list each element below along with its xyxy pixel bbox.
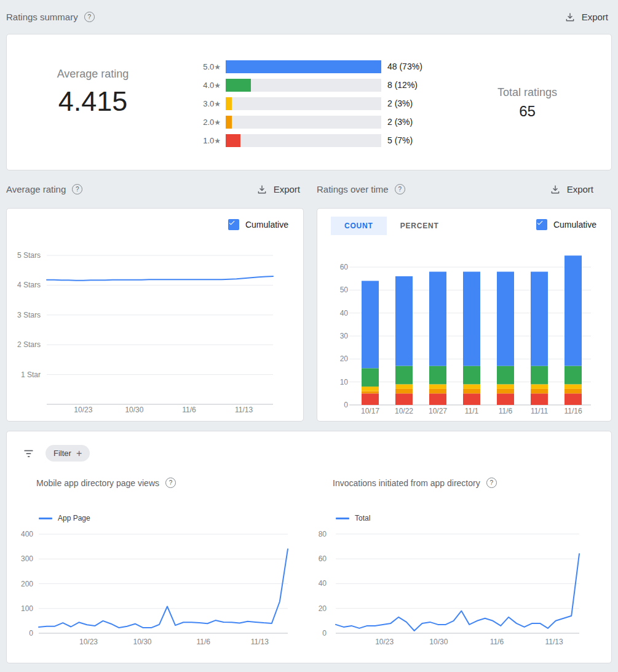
help-icon[interactable]: ?: [84, 12, 95, 22]
bar-segment: [531, 272, 548, 366]
legend-label: Total: [355, 514, 370, 522]
bar-segment: [531, 384, 548, 389]
bar-segment: [395, 393, 413, 405]
bar-segment: [463, 366, 480, 385]
axis-label: 11/16: [564, 407, 582, 415]
bar-segment: [395, 366, 413, 385]
rating-bar-fill: [226, 79, 251, 92]
line-series: [336, 554, 579, 631]
ratings-over-time-card: COUNT PERCENT Cumulative 010203040506010…: [317, 208, 612, 422]
help-icon[interactable]: ?: [395, 184, 405, 194]
axis-label: 10: [340, 378, 349, 386]
legend-label: App Page: [58, 514, 90, 522]
tab-percent[interactable]: PERCENT: [387, 217, 453, 235]
rating-bar-row: 1.0★5 (7%): [185, 131, 443, 150]
axis-label: 11/6: [197, 638, 211, 646]
axis-label: 11/6: [499, 407, 513, 415]
directory-stats-card: Filter + Mobile app directory page views…: [6, 431, 612, 663]
bar-segment: [362, 393, 379, 405]
bar-segment: [395, 276, 413, 366]
export-label: Export: [274, 184, 300, 194]
rating-bar-value: 5 (7%): [387, 135, 413, 145]
rating-bar-value: 48 (73%): [387, 62, 422, 71]
bar-segment: [565, 389, 582, 394]
chart-section-headers: Average rating ? Export Ratings over tim…: [6, 170, 612, 208]
axis-label: 5 Stars: [17, 251, 41, 260]
tab-count[interactable]: COUNT: [331, 217, 387, 235]
axis-label: 2 Stars: [17, 340, 41, 349]
rating-bar-value: 8 (12%): [387, 80, 418, 90]
filter-row: Filter +: [7, 431, 611, 462]
plus-icon: +: [76, 449, 82, 458]
axis-label: 10/22: [395, 407, 413, 415]
axis-label: 60: [340, 263, 349, 271]
rating-bar-track: [226, 97, 381, 110]
axis-label: 300: [21, 554, 33, 563]
export-label: Export: [567, 184, 593, 194]
total-ratings-value: 65: [443, 103, 611, 120]
ratings-summary-title-group: Ratings summary ?: [6, 12, 95, 22]
axis-label: 50: [340, 286, 349, 294]
bar-segment: [531, 393, 548, 405]
bar-segment: [362, 386, 379, 391]
page-views-title-group: Mobile app directory page views ?: [36, 478, 309, 488]
axis-label: 0: [29, 629, 33, 638]
ratings-over-time-chart: 010203040506010/1710/2210/2711/111/611/1…: [317, 209, 612, 422]
rating-bar-track: [226, 116, 381, 129]
line-series: [47, 276, 273, 281]
axis-label: 40: [319, 579, 327, 588]
axis-label: 11/13: [545, 638, 563, 646]
export-button[interactable]: Export: [253, 182, 304, 198]
cumulative-checkbox-row[interactable]: Cumulative: [536, 219, 596, 230]
invocations-legend: Total: [336, 514, 611, 522]
export-button[interactable]: Export: [546, 182, 597, 198]
rating-bar-fill: [226, 60, 381, 73]
page-title: Ratings summary: [6, 12, 78, 22]
bar-segment: [429, 393, 446, 405]
bar-segment: [497, 393, 514, 405]
download-icon: [256, 184, 267, 195]
bar-segment: [463, 393, 480, 405]
ratings-over-time-title-group: Ratings over time ?: [317, 184, 405, 194]
chart-title: Mobile app directory page views: [36, 478, 159, 488]
filter-chip[interactable]: Filter +: [46, 445, 90, 462]
checkbox-checked-icon[interactable]: [228, 219, 239, 230]
bar-segment: [463, 384, 480, 389]
filter-list-icon[interactable]: [23, 449, 34, 458]
charts-row: Cumulative 1 Star2 Stars3 Stars4 Stars5 …: [6, 208, 612, 422]
star-icon: ★: [214, 63, 221, 71]
axis-label: 20: [319, 604, 327, 613]
bar-segment: [429, 272, 446, 366]
rating-bar-value: 2 (3%): [387, 117, 413, 127]
star-icon: ★: [214, 100, 221, 108]
axis-label: 10/27: [429, 407, 447, 415]
axis-label: 10/30: [125, 406, 143, 414]
axis-label: 10/23: [74, 406, 92, 414]
axis-label: 0: [322, 629, 327, 638]
bar-segment: [463, 272, 480, 366]
chart-title: Invocations initiated from app directory: [333, 478, 480, 488]
rating-bar-row: 4.0★8 (12%): [185, 76, 443, 94]
bar-segment: [429, 384, 446, 389]
export-button[interactable]: Export: [561, 9, 612, 25]
bar-segment: [362, 391, 379, 394]
rating-bar-label: 4.0★: [185, 81, 221, 90]
average-rating-block: Average rating 4.415: [7, 34, 179, 170]
bar-segment: [463, 389, 480, 394]
bar-segment: [497, 272, 514, 366]
star-icon: ★: [214, 81, 221, 90]
axis-label: 11/6: [490, 638, 504, 646]
bar-segment: [362, 368, 379, 386]
help-icon[interactable]: ?: [72, 184, 82, 194]
average-rating-label: Average rating: [7, 68, 179, 81]
axis-label: 80: [319, 530, 327, 538]
legend-line-icon: [336, 518, 349, 519]
help-icon[interactable]: ?: [165, 478, 176, 488]
help-icon[interactable]: ?: [486, 478, 497, 488]
cumulative-checkbox-row[interactable]: Cumulative: [228, 219, 288, 230]
invocations-title-group: Invocations initiated from app directory…: [333, 478, 611, 488]
star-icon: ★: [214, 118, 221, 127]
total-ratings-label: Total ratings: [443, 86, 611, 99]
export-label: Export: [582, 12, 608, 22]
checkbox-checked-icon[interactable]: [536, 219, 547, 230]
